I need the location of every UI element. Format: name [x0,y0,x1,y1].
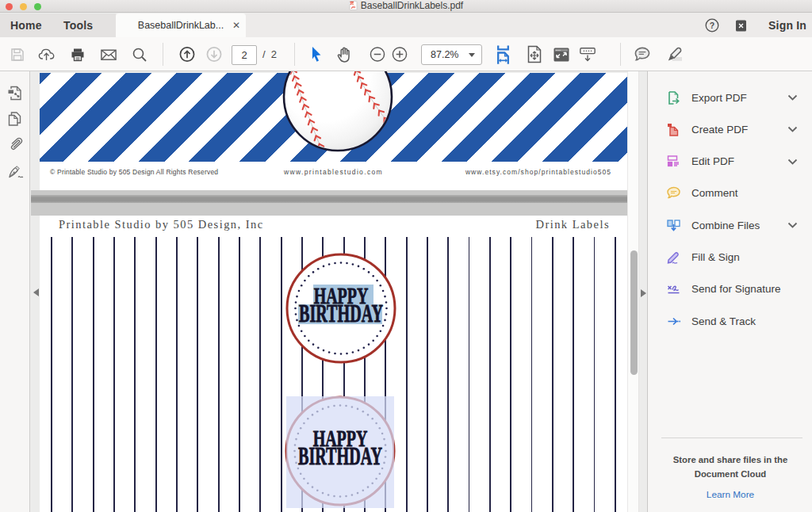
svg-text:BIRTHDAY: BIRTHDAY [298,442,382,469]
svg-text:PDF: PDF [349,2,354,6]
svg-text:?: ? [710,21,714,30]
svg-text:BIRTHDAY: BIRTHDAY [299,300,383,327]
